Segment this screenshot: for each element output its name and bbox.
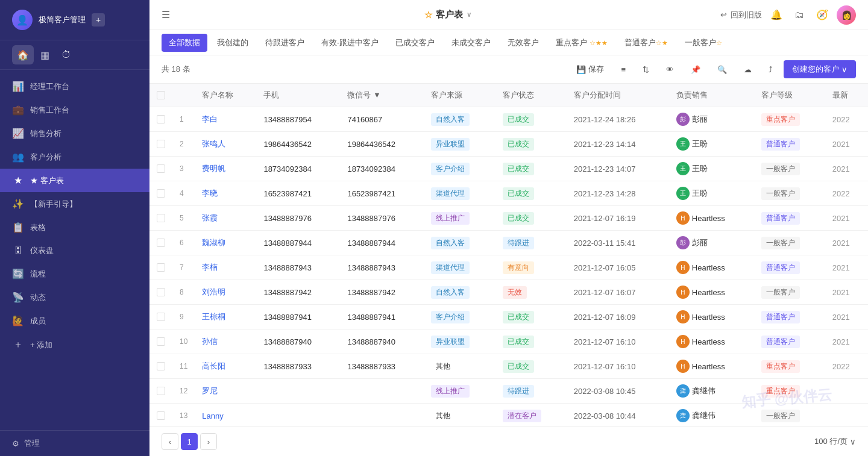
customer-name[interactable]: 张鸣人: [195, 132, 256, 157]
avatar[interactable]: 👩: [837, 5, 856, 25]
sales-avatar: 龚: [676, 384, 690, 398]
row-checkbox[interactable]: [157, 263, 165, 272]
customer-name[interactable]: 魏淑柳: [195, 231, 256, 255]
sort-button[interactable]: ⇅: [637, 62, 655, 77]
sidebar-item-customer-table[interactable]: ★ ★ 客户表: [0, 169, 149, 192]
row-checkbox[interactable]: [157, 313, 165, 321]
normal-stars: ☆★: [656, 39, 668, 46]
row-checkbox[interactable]: [157, 411, 165, 420]
share-button[interactable]: ⤴: [763, 62, 779, 77]
pin-icon: 📌: [691, 65, 700, 74]
row-checkbox[interactable]: [157, 362, 165, 370]
sidebar-item-flow[interactable]: 🔄 流程: [0, 262, 149, 286]
sort-icon: ⇅: [643, 65, 649, 74]
sidebar-item-dynamic[interactable]: 📡 动态: [0, 286, 149, 309]
customer-name[interactable]: 李晓: [195, 181, 256, 206]
select-all-checkbox[interactable]: [157, 91, 165, 99]
filter-tab-active-follow[interactable]: 有效-跟进中客户: [314, 34, 386, 52]
sidebar-item-customer-analysis[interactable]: 👥 客户分析: [0, 145, 149, 169]
filter-tab-invalid[interactable]: 无效客户: [500, 34, 546, 52]
sales-name: Heartless: [692, 263, 725, 272]
customer-name[interactable]: 李楠: [195, 255, 256, 280]
page-1-button[interactable]: 1: [181, 433, 198, 450]
sidebar-item-sales-analysis[interactable]: 📈 销售分析: [0, 122, 149, 145]
sidebar-item-new-guide[interactable]: ✨ 【新手引导】: [0, 192, 149, 216]
row-checkbox[interactable]: [157, 239, 165, 247]
prev-page-button[interactable]: ‹: [162, 433, 178, 450]
customer-phone: 13488887944: [256, 231, 340, 255]
filter-button[interactable]: ≡: [615, 62, 632, 77]
compass-icon[interactable]: 🧭: [814, 7, 831, 23]
sidebar-item-add[interactable]: ＋ + 添加: [0, 333, 149, 357]
sidebar-item-dashboard[interactable]: 🎛 仪表盘: [0, 239, 149, 262]
customer-latest: 2022: [825, 181, 868, 206]
save-label: 保存: [588, 64, 604, 75]
row-checkbox[interactable]: [157, 288, 165, 296]
customer-name[interactable]: Lanny: [195, 404, 256, 427]
cloud-button[interactable]: ☁: [738, 62, 758, 77]
sidebar-add-button[interactable]: +: [92, 13, 105, 27]
nav-home-icon[interactable]: 🏠: [12, 45, 34, 64]
row-checkbox[interactable]: [157, 337, 165, 346]
customer-name[interactable]: 李白: [195, 107, 256, 132]
filter-tab-converted[interactable]: 已成交客户: [388, 34, 442, 52]
filter-tab-key[interactable]: 重点客户 ☆★★: [549, 34, 615, 52]
nav-grid-icon[interactable]: ▦: [34, 45, 55, 64]
customer-name[interactable]: 孙信: [195, 330, 256, 354]
filter-tab-all[interactable]: 全部数据: [162, 34, 207, 52]
row-checkbox[interactable]: [157, 387, 165, 395]
filter-tab-normal[interactable]: 普通客户☆★: [617, 34, 675, 52]
view-button[interactable]: 👁: [660, 62, 680, 77]
return-old-action[interactable]: ↩ 回到旧版: [720, 10, 762, 20]
save-button[interactable]: 💾 保存: [570, 61, 610, 78]
col-header-source: 客户来源: [424, 84, 495, 107]
customer-latest: [825, 379, 868, 404]
file-icon[interactable]: 🗂: [791, 7, 808, 23]
bell-icon[interactable]: 🔔: [768, 7, 785, 23]
customer-name[interactable]: 罗尼: [195, 379, 256, 404]
filter-tab-unconverted[interactable]: 未成交客户: [444, 34, 498, 52]
rows-per-page-selector[interactable]: 100 行/页 ∨: [814, 436, 856, 447]
hamburger-icon[interactable]: ☰: [162, 9, 170, 20]
sales-name: 龚继伟: [692, 410, 715, 421]
customer-wechat: [340, 404, 424, 427]
customer-source: 渠道代理: [424, 181, 495, 206]
sidebar-footer[interactable]: ⚙ 管理: [0, 430, 149, 456]
customer-latest: 2022: [825, 107, 868, 132]
filter-tab-my-created[interactable]: 我创建的: [210, 34, 256, 52]
customer-name[interactable]: 王棕桐: [195, 305, 256, 330]
next-page-button[interactable]: ›: [200, 433, 217, 450]
sales-avatar: H: [676, 335, 690, 348]
sales-name: Heartless: [692, 362, 725, 371]
pin-button[interactable]: 📌: [685, 62, 706, 77]
filter-icon: ≡: [621, 65, 626, 74]
row-checkbox[interactable]: [157, 164, 165, 173]
customer-status: 待跟进: [495, 379, 567, 404]
customer-status: 已成交: [495, 206, 567, 231]
create-customer-button[interactable]: 创建您的客户 ∨: [784, 60, 856, 78]
customer-level: 重点客户: [754, 107, 825, 132]
sidebar-item-member[interactable]: 🙋 成员: [0, 309, 149, 333]
customer-name[interactable]: 高长阳: [195, 354, 256, 379]
sidebar-item-table[interactable]: 📋 表格: [0, 216, 149, 239]
sidebar-item-sales-desk[interactable]: 💼 销售工作台: [0, 98, 149, 122]
nav-clock-icon[interactable]: ⏱: [55, 45, 77, 64]
row-checkbox[interactable]: [157, 140, 165, 148]
col-header-wechat[interactable]: 微信号 ▼: [340, 84, 424, 107]
customer-name[interactable]: 刘浩明: [195, 280, 256, 305]
filter-tab-pending[interactable]: 待跟进客户: [258, 34, 312, 52]
customer-assign-time: 2021-12-23 14:07: [567, 157, 669, 181]
search-button[interactable]: 🔍: [711, 62, 733, 77]
row-checkbox[interactable]: [157, 189, 165, 198]
row-checkbox[interactable]: [157, 115, 165, 123]
customer-source: 自然入客: [424, 231, 495, 255]
row-checkbox[interactable]: [157, 214, 165, 222]
customer-wechat: [340, 379, 424, 404]
filter-tab-general[interactable]: 一般客户☆: [678, 34, 729, 52]
sidebar-item-manager-desk[interactable]: 📊 经理工作台: [0, 75, 149, 98]
gear-icon: ⚙: [12, 439, 19, 448]
customer-name[interactable]: 费明帆: [195, 157, 256, 181]
customer-name[interactable]: 张霞: [195, 206, 256, 231]
chevron-down-icon[interactable]: ∨: [467, 11, 471, 19]
customer-wechat: 13488887933: [340, 354, 424, 379]
